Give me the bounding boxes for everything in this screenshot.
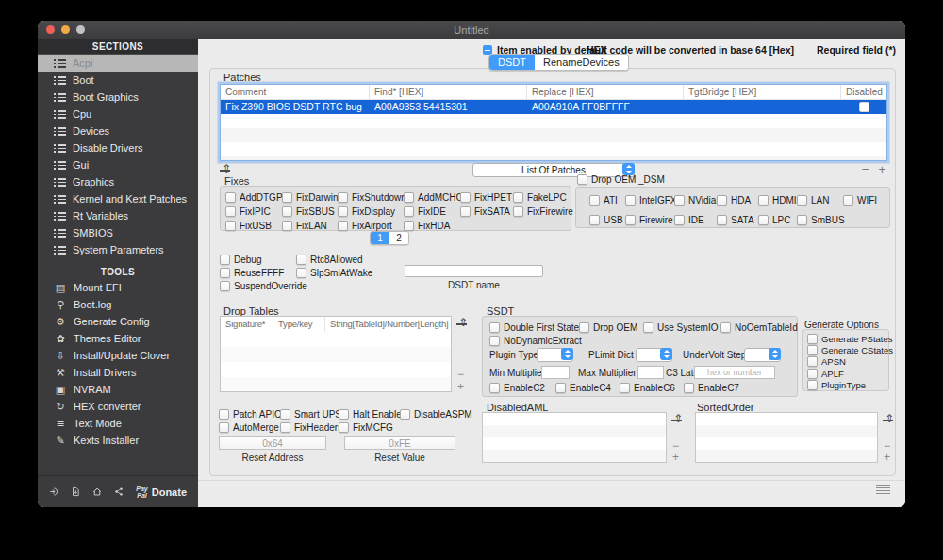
disabled-checkbox[interactable] xyxy=(859,102,869,112)
generate-option-checkbox-item[interactable]: Generate PStates xyxy=(807,333,888,344)
column-header[interactable]: TgtBridge [HEX] xyxy=(684,85,841,99)
fix-checkbox-item[interactable]: FixIDE xyxy=(404,206,460,217)
acpi-misc-checkbox-item[interactable]: Rtc8Allowed xyxy=(296,254,446,265)
sidebar-tool-item[interactable]: ✎ Kexts Installer xyxy=(38,432,198,449)
pager-page[interactable]: 2 xyxy=(389,232,408,244)
drop-tables-empty-rows[interactable] xyxy=(221,332,451,391)
home-icon[interactable] xyxy=(92,485,102,499)
column-header[interactable]: String[TableId]/Number[Length] xyxy=(325,317,451,332)
min-multiplier-input[interactable] xyxy=(541,366,570,379)
fix-checkbox-item[interactable]: AddMCHC xyxy=(404,191,460,203)
patch-row-selected[interactable]: Fix Z390 BIOS DSDT RTC bug A00A9353 5441… xyxy=(221,100,886,114)
zoom-button[interactable] xyxy=(76,25,85,34)
add-patch-button[interactable]: + xyxy=(878,163,885,175)
dsm-checkbox-item[interactable]: SATA xyxy=(717,215,758,226)
fix-checkbox-item[interactable]: FixFirewire xyxy=(513,206,573,217)
tab[interactable]: RenameDevices xyxy=(535,55,628,70)
minimize-button[interactable] xyxy=(61,25,70,34)
generate-option-checkbox-item[interactable]: APLF xyxy=(807,368,888,379)
fix-checkbox-item[interactable]: FixShutdown xyxy=(338,191,404,203)
dsm-checkbox-item[interactable]: SmBUS xyxy=(797,215,843,226)
close-button[interactable] xyxy=(46,25,55,34)
sidebar-section-item[interactable]: Boot xyxy=(38,72,198,89)
export-config-icon[interactable] xyxy=(71,485,80,499)
disabled-aml-list[interactable] xyxy=(482,412,667,463)
ssdt-enable-checkbox-item[interactable]: EnableC4 xyxy=(555,382,620,393)
dsm-checkbox-item[interactable]: NVidia xyxy=(674,194,717,206)
ssdt-checkbox-item[interactable]: Double First State xyxy=(489,321,579,333)
generate-option-checkbox-item[interactable]: APSN xyxy=(807,356,888,368)
apic-checkbox-item[interactable]: Patch APIC xyxy=(219,408,280,420)
apic-checkbox-item[interactable]: FixMCFG xyxy=(339,421,400,433)
dsm-checkbox-item[interactable]: USB xyxy=(589,215,625,226)
plimit-dict-select[interactable] xyxy=(636,348,672,362)
patches-table-empty-rows[interactable] xyxy=(221,114,886,160)
menu-icon[interactable] xyxy=(876,485,890,494)
dsm-checkbox-item[interactable]: IntelGFX xyxy=(625,194,674,206)
column-header[interactable]: Replace [HEX] xyxy=(527,85,684,99)
add-table-button[interactable]: + xyxy=(457,381,464,392)
sidebar-tool-item[interactable]: ↻ HEX converter xyxy=(38,398,198,415)
dsm-checkbox-item[interactable]: LAN xyxy=(797,194,843,206)
reset-value-input[interactable]: 0xFE xyxy=(344,436,455,450)
sidebar-section-item[interactable]: Kernel and Kext Patches xyxy=(38,190,198,207)
column-header[interactable]: Disabled xyxy=(841,85,886,99)
fix-checkbox-item[interactable]: FakeLPC xyxy=(513,191,573,203)
reorder-handle-icon[interactable] xyxy=(883,414,893,426)
reorder-handle-icon[interactable] xyxy=(671,414,682,426)
acpi-misc-checkbox-item[interactable]: SuspendOverride xyxy=(220,280,296,291)
fix-checkbox-item[interactable]: FixUSB xyxy=(225,220,282,231)
fix-checkbox-item[interactable]: FixIPIC xyxy=(225,206,282,217)
add-aml-button[interactable]: + xyxy=(672,452,679,463)
c3-latency-input[interactable]: hex or number xyxy=(694,366,775,379)
fix-checkbox-item[interactable]: FixAirport xyxy=(338,220,404,231)
sidebar-section-item[interactable]: System Parameters xyxy=(38,241,198,258)
sidebar-section-item[interactable]: Disable Drivers xyxy=(38,140,198,156)
sidebar-tool-item[interactable]: ▣ NVRAM xyxy=(38,381,198,398)
sidebar-section-item[interactable]: Boot Graphics xyxy=(38,89,198,106)
sidebar-section-item[interactable]: SMBIOS xyxy=(38,224,198,241)
tab[interactable]: DSDT xyxy=(489,55,535,70)
sidebar-tool-item[interactable]: ⇩ Install/Update Clover xyxy=(38,347,198,364)
sidebar-section-item[interactable]: Graphics xyxy=(38,173,198,190)
generate-option-checkbox-item[interactable]: PluginType xyxy=(807,380,888,391)
column-header[interactable]: Signature* xyxy=(221,317,273,332)
ssdt-checkbox-item[interactable]: NoDynamicExtract xyxy=(489,335,582,346)
share-icon[interactable] xyxy=(114,485,124,499)
dsm-checkbox-item[interactable]: WIFI xyxy=(843,194,889,206)
sidebar-tool-item[interactable]: ≡ Text Mode xyxy=(38,415,198,432)
apic-checkbox-item[interactable]: Smart UPS xyxy=(280,408,339,420)
column-header[interactable]: Comment xyxy=(221,85,370,99)
drop-tables-table[interactable]: Signature*Type/keyString[TableId]/Number… xyxy=(220,316,452,392)
dsdt-name-input[interactable] xyxy=(405,265,543,277)
sidebar-tool-item[interactable]: ⚒ Install Drivers xyxy=(38,364,198,381)
fix-checkbox-item[interactable]: FixDarwin xyxy=(282,191,338,203)
dsm-checkbox-item[interactable]: IDE xyxy=(674,215,717,226)
window-titlebar[interactable]: Untitled xyxy=(38,21,905,40)
dsm-checkbox-item[interactable]: HDMI xyxy=(758,194,797,206)
drop-oem-dsm-checkbox[interactable]: Drop OEM _DSM xyxy=(577,173,665,185)
plugin-type-select[interactable] xyxy=(537,348,573,362)
sidebar-tool-item[interactable]: ⚲ Boot.log xyxy=(38,296,198,313)
sidebar-section-item[interactable]: Devices xyxy=(38,123,198,140)
fix-checkbox-item[interactable]: AddDTGP xyxy=(225,191,282,203)
apic-checkbox-item[interactable]: DisableASPM xyxy=(400,408,472,420)
sidebar-tool-item[interactable]: ⚙ Generate Config xyxy=(38,313,198,330)
patches-table[interactable]: CommentFind* [HEX]Replace [HEX]TgtBridge… xyxy=(220,84,887,161)
apic-checkbox-item[interactable]: Halt Enabler xyxy=(339,408,400,420)
fix-checkbox-item[interactable]: FixHDA xyxy=(404,220,460,231)
sidebar-section-item[interactable]: Cpu xyxy=(38,106,198,123)
column-header[interactable]: Find* [HEX] xyxy=(370,85,527,99)
ssdt-checkbox-item[interactable]: Drop OEM xyxy=(579,321,643,333)
fix-checkbox-item[interactable]: FixDisplay xyxy=(338,206,404,217)
sorted-order-list[interactable] xyxy=(695,412,878,463)
remove-table-button[interactable]: − xyxy=(457,369,464,380)
fix-checkbox-item[interactable]: FixLAN xyxy=(282,220,338,231)
undervolt-step-select[interactable] xyxy=(744,348,781,362)
sidebar-section-item[interactable]: Rt Variables xyxy=(38,207,198,224)
fix-checkbox-item[interactable]: FixSATA xyxy=(460,206,513,217)
ssdt-checkbox-item[interactable]: NoOemTableId xyxy=(720,321,798,333)
dsm-checkbox-item[interactable]: HDA xyxy=(717,194,758,206)
pager-page[interactable]: 1 xyxy=(371,232,389,244)
ssdt-enable-checkbox-item[interactable]: EnableC2 xyxy=(489,382,555,393)
